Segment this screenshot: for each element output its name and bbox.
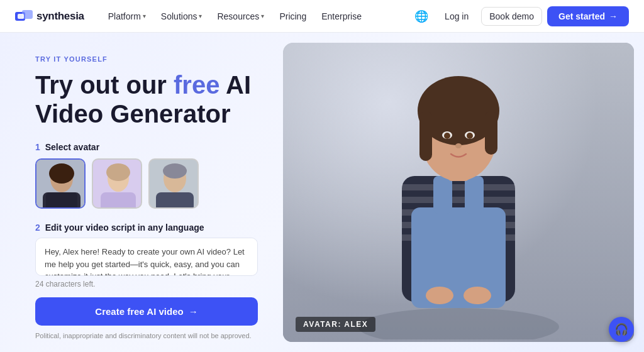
nav-platform[interactable]: Platform ▾ bbox=[102, 8, 152, 25]
svg-point-10 bbox=[106, 163, 130, 181]
step1-label: 1 Select avatar bbox=[35, 142, 258, 152]
svg-point-35 bbox=[444, 133, 450, 139]
svg-rect-19 bbox=[402, 197, 515, 203]
avatar-figure bbox=[352, 63, 565, 342]
avatar-name-badge: AVATAR: ALEX bbox=[296, 317, 375, 332]
create-video-button[interactable]: Create free AI video → bbox=[35, 297, 258, 326]
svg-rect-31 bbox=[419, 111, 432, 161]
script-textarea[interactable] bbox=[35, 238, 258, 276]
avatar-svg bbox=[352, 63, 565, 339]
chevron-down-icon: ▾ bbox=[199, 13, 202, 19]
nav-solutions[interactable]: Solutions ▾ bbox=[155, 8, 209, 25]
arrow-icon: → bbox=[609, 11, 618, 21]
chevron-down-icon: ▾ bbox=[143, 13, 146, 19]
avatar-thumb-1[interactable] bbox=[35, 158, 86, 209]
logo-text: synthesia bbox=[36, 10, 84, 23]
headset-icon: 🎧 bbox=[614, 322, 628, 336]
svg-rect-2 bbox=[18, 14, 24, 19]
login-button[interactable]: Log in bbox=[437, 8, 476, 25]
chevron-down-icon: ▾ bbox=[261, 13, 264, 19]
svg-rect-25 bbox=[465, 176, 484, 214]
svg-rect-11 bbox=[101, 192, 136, 209]
svg-rect-15 bbox=[156, 192, 194, 209]
step2-label: 2 Edit your video script in any language bbox=[35, 223, 258, 233]
svg-point-14 bbox=[163, 163, 187, 179]
try-label: TRY IT YOURSELF bbox=[35, 55, 258, 63]
nav-actions: 🌐 Log in Book demo Get started → bbox=[411, 6, 629, 27]
get-started-button[interactable]: Get started → bbox=[547, 6, 629, 26]
svg-point-5 bbox=[49, 163, 74, 184]
avatar-thumb-3[interactable] bbox=[148, 158, 199, 209]
svg-point-27 bbox=[464, 287, 491, 304]
globe-icon[interactable]: 🌐 bbox=[411, 6, 432, 27]
logo[interactable]: synthesia bbox=[15, 10, 84, 23]
navbar: synthesia Platform ▾ Solutions ▾ Resourc… bbox=[0, 0, 644, 33]
nav-links: Platform ▾ Solutions ▾ Resources ▾ Prici… bbox=[102, 8, 411, 25]
svg-rect-32 bbox=[485, 111, 497, 155]
logo-icon bbox=[15, 10, 33, 23]
avatar-3-image bbox=[150, 160, 199, 209]
avatar-thumb-2[interactable] bbox=[92, 158, 142, 209]
svg-rect-23 bbox=[411, 207, 506, 308]
nav-enterprise[interactable]: Enterprise bbox=[315, 8, 368, 25]
main-content: TRY IT YOURSELF Try out our free AI Vide… bbox=[0, 33, 644, 352]
support-chat-button[interactable]: 🎧 bbox=[609, 317, 634, 342]
avatars-row bbox=[35, 158, 258, 209]
nav-resources[interactable]: Resources ▾ bbox=[211, 8, 270, 25]
chars-left: 24 characters left. bbox=[35, 280, 258, 289]
svg-rect-7 bbox=[46, 192, 77, 209]
avatar-1-image bbox=[36, 160, 86, 209]
avatar-2-image bbox=[93, 160, 142, 209]
nav-pricing[interactable]: Pricing bbox=[273, 8, 313, 25]
video-background: AVATAR: ALEX bbox=[283, 43, 634, 342]
arrow-right-icon: → bbox=[189, 306, 198, 317]
svg-rect-18 bbox=[402, 184, 515, 190]
svg-rect-24 bbox=[433, 176, 452, 214]
hero-title: Try out our free AI Video Generator bbox=[35, 70, 258, 128]
svg-point-37 bbox=[455, 143, 462, 148]
svg-point-36 bbox=[467, 133, 473, 139]
video-preview-panel: AVATAR: ALEX bbox=[283, 43, 634, 342]
left-panel: TRY IT YOURSELF Try out our free AI Vide… bbox=[0, 33, 283, 352]
book-demo-button[interactable]: Book demo bbox=[481, 7, 542, 26]
svg-point-26 bbox=[426, 287, 453, 304]
disclaimer-text: Political, inappropriate and discriminat… bbox=[35, 332, 258, 339]
svg-point-16 bbox=[358, 308, 559, 339]
